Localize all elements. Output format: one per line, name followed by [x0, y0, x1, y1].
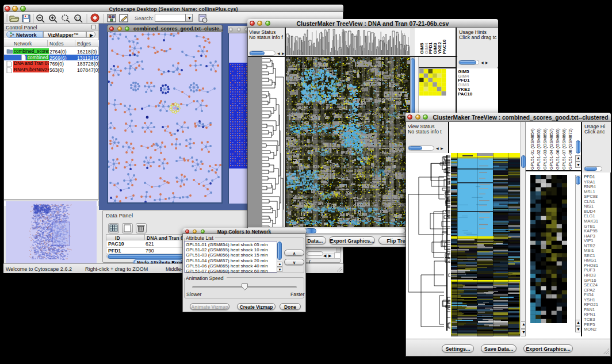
svg-text:1:1: 1:1: [76, 17, 80, 20]
